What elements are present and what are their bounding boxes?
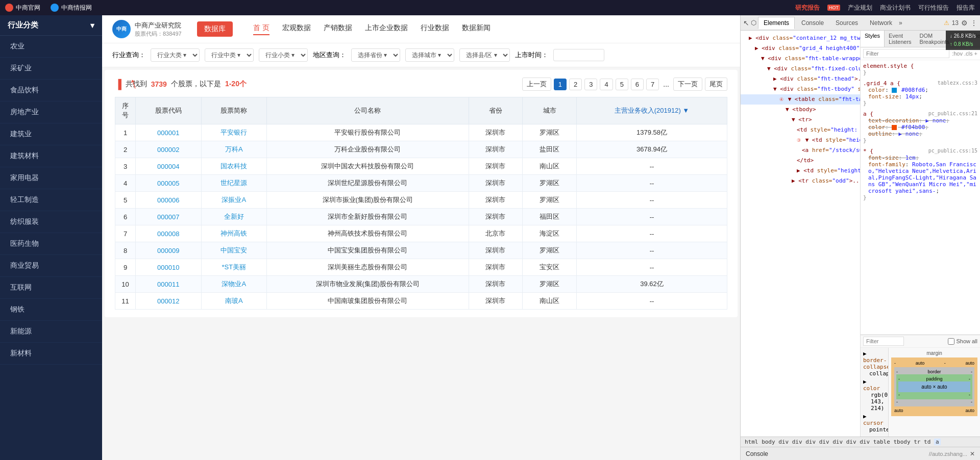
industry-major-select[interactable]: 行业大类 ▾ [151,48,200,62]
stock-code-link[interactable]: 000010 [157,264,179,271]
prev-page-btn[interactable]: 上一页 [522,78,551,91]
stock-code-link[interactable]: 000011 [157,280,179,288]
stock-code-link[interactable]: 000012 [157,297,179,305]
feasibility-link[interactable]: 可行性报告 [918,4,949,12]
sidebar-item-互联网[interactable]: 互联网 [0,277,102,299]
close-console-icon[interactable]: ✕ [970,450,975,457]
stock-name-link[interactable]: 国农科技 [220,162,247,170]
listing-time-input[interactable] [553,49,604,61]
table-header-row: 序号 股票代码 股票简称 公司名称 省份 城市 主营业务收入(201912) ▼ [115,97,727,124]
cell-company: 深圳市振业(集团)股份有限公司 [267,192,469,209]
cell-revenue: -- [576,209,727,225]
devtools-console-bar: Console //auto.zshang... ✕ [741,447,980,460]
event-listeners-tab[interactable]: Event Listeners [885,31,916,47]
devtools-tab-elements[interactable]: Elements [758,17,795,29]
last-page-btn[interactable]: 尾页 [705,78,727,91]
sidebar-item-轻工制造[interactable]: 轻工制造 [0,189,102,211]
box-model-border: -border- -padding- auto × auto [894,367,974,406]
devtools-more-icon[interactable]: » [899,19,902,27]
stock-name-link[interactable]: 中国宝安 [220,246,247,254]
devtools-tab-network[interactable]: Network [865,17,897,29]
district-select[interactable]: 选择县/区 ▾ [459,48,510,62]
nav-link-宏观数据[interactable]: 宏观数据 [282,23,311,35]
sidebar-item-建筑业[interactable]: 建筑业 [0,123,102,145]
nav-link-首 页[interactable]: 首 页 [253,23,270,35]
sidebar-collapse-icon[interactable]: ▾ [90,21,94,30]
stock-code-link[interactable]: 000004 [157,163,179,170]
stock-code-link[interactable]: 000008 [157,230,179,238]
industry-plan-link[interactable]: 产业规划 [848,4,872,12]
stock-name-link[interactable]: 深物业A [222,280,246,288]
page-6-btn[interactable]: 6 [631,79,644,90]
stock-name-link[interactable]: 深振业A [222,196,246,203]
nav-link-行业数据[interactable]: 行业数据 [421,23,449,35]
devtools-tab-console[interactable]: Console [796,17,829,29]
page-3-btn[interactable]: 3 [584,79,597,90]
page-2-btn[interactable]: 2 [569,79,582,90]
stock-code-link[interactable]: 000001 [157,129,179,137]
sidebar-item-钢铁[interactable]: 钢铁 [0,299,102,321]
dom-line-7-selected[interactable]: ④ ▼ <table class="fht-table fancyTable" … [741,94,860,105]
sidebar-item-农业[interactable]: 农业 [0,36,102,58]
page-4-btn[interactable]: 4 [600,79,612,90]
sidebar-item-商业贸易[interactable]: 商业贸易 [0,255,102,277]
database-button[interactable]: 数据库 [197,21,233,37]
stock-code-link[interactable]: 000009 [157,247,179,254]
cell-city: 罗湖区 [523,242,577,259]
stock-name-link[interactable]: 世纪星源 [220,179,247,187]
stock-name-link[interactable]: 全新好 [224,213,244,220]
devtools-cursor-icon[interactable]: ↖ [743,19,749,27]
stock-name-link[interactable]: *ST美丽 [222,263,246,271]
devtools-settings-icon[interactable]: ⚙ [961,19,968,27]
stock-name-link[interactable]: 南玻A [225,297,243,304]
page-5-btn[interactable]: 5 [616,79,628,90]
stock-code-link[interactable]: 000002 [157,146,179,154]
main-wrapper: 行业分类 ▾ 农业采矿业食品饮料房地产业建筑业建筑材料家用电器轻工制造纺织服装医… [0,15,980,460]
sidebar-item-采矿业[interactable]: 采矿业 [0,58,102,80]
logo-qingbaowang[interactable]: 中商情报网 [51,4,92,12]
sidebar-item-医药生物[interactable]: 医药生物 [0,233,102,255]
devtools-more-icon2[interactable]: ⋮ [970,19,977,27]
sidebar-item-建筑材料[interactable]: 建筑材料 [0,145,102,167]
stock-code-link[interactable]: 000007 [157,213,179,221]
industry-mid-select[interactable]: 行业中类 ▾ [205,48,254,62]
page-7-btn[interactable]: 7 [646,79,659,90]
stock-name-link[interactable]: 神州高铁 [220,229,247,237]
bottom-filter-input[interactable] [863,337,904,346]
stock-name-link[interactable]: 万科A [225,145,243,153]
show-all-checkbox[interactable] [948,338,954,345]
next-page-btn[interactable]: 下一页 [673,78,702,91]
page-1-btn[interactable]: 1 [554,79,567,90]
devtools-tab-sources[interactable]: Sources [830,17,863,29]
devtools-dom-tree[interactable]: ▶ <div class="container_12 mg_ttwo"> ▶ <… [741,31,861,437]
devtools-right-panel: Styles Event Listeners DOM Breakpoints P… [861,31,980,437]
styles-tab[interactable]: Styles [861,31,885,47]
devtools-warning-icon[interactable]: ⚠ [944,19,949,27]
sidebar-item-纺织服装[interactable]: 纺织服装 [0,211,102,233]
stock-name-link[interactable]: 平安银行 [220,129,247,136]
nav-link-产销数据[interactable]: 产销数据 [324,23,352,35]
sidebar-item-新能源[interactable]: 新能源 [0,321,102,343]
province-select[interactable]: 选择省份 ▾ [351,48,400,62]
sidebar-item-新材料[interactable]: 新材料 [0,343,102,365]
research-report-link[interactable]: 研究报告 [795,4,820,12]
pseudo-filter[interactable]: :hov .cls + [952,50,977,57]
nav-link-上市企业数据[interactable]: 上市企业数据 [365,23,408,35]
styles-filter-input[interactable] [863,49,949,58]
stock-code-link[interactable]: 000006 [157,196,179,204]
sidebar-item-食品饮料[interactable]: 食品饮料 [0,80,102,101]
devtools-mobile-icon[interactable]: ⬡ [751,19,756,27]
nav-link-数据新闻[interactable]: 数据新闻 [462,23,491,35]
stock-code-link[interactable]: 000005 [157,180,179,187]
col-revenue[interactable]: 主营业务收入(201912) ▼ [576,97,727,124]
dom-line-5: ▶ <div class="fht-thead">...</div> [741,74,860,84]
cell-seq: 4 [115,175,136,192]
report-lib-link[interactable]: 报告库 [957,4,975,12]
city-select[interactable]: 选择城市 ▾ [405,48,454,62]
business-plan-link[interactable]: 商业计划书 [880,4,911,12]
sidebar-item-房地产业[interactable]: 房地产业 [0,101,102,123]
devtools-breadcrumb-bar: html body div div div div div div div ta… [741,437,980,447]
sidebar-item-家用电器[interactable]: 家用电器 [0,167,102,189]
industry-minor-select[interactable]: 行业小类 ▾ [259,48,308,62]
logo-zhongshang[interactable]: 中商官网 [5,4,40,12]
